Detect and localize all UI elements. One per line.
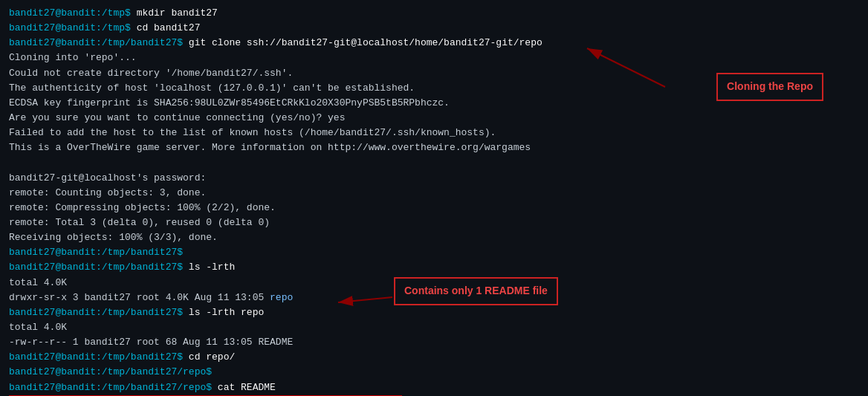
cmd: cd bandit27 xyxy=(137,22,201,33)
annotation-clone-box: Cloning the Repo xyxy=(716,73,823,101)
terminal-content: bandit27@bandit:/tmp$ mkdir bandit27 ban… xyxy=(9,6,859,396)
annotation-clone-label: Cloning the Repo xyxy=(727,80,813,92)
line-empty xyxy=(9,155,859,170)
terminal-window: bandit27@bandit:/tmp$ mkdir bandit27 ban… xyxy=(0,0,868,396)
line-13: remote: Compressing objects: 100% (2/2),… xyxy=(9,201,859,215)
line-23: bandit27@bandit:/tmp/bandit27$ cd repo/ xyxy=(9,350,859,365)
cmd: ls -lrth xyxy=(189,262,235,273)
prompt: bandit27@bandit:/tmp$ xyxy=(9,7,131,19)
line-9: Failed to add the host to the list of kn… xyxy=(9,126,859,140)
repo-name: repo xyxy=(270,292,293,303)
line-25: bandit27@bandit:/tmp/bandit27/repo$ cat … xyxy=(9,380,859,395)
line-20: bandit27@bandit:/tmp/bandit27$ ls -lrth … xyxy=(9,305,859,320)
prompt: bandit27@bandit:/tmp/bandit27$ xyxy=(9,307,183,318)
prompt: bandit27@bandit:/tmp/bandit27/repo$ xyxy=(9,366,212,377)
cmd: cd repo/ xyxy=(189,351,235,363)
cmd: git clone ssh://bandit27-git@localhost/h… xyxy=(189,37,542,48)
cmd: ls -lrth repo xyxy=(189,307,264,318)
line-10: This is a OverTheWire game server. More … xyxy=(9,140,859,155)
line-11: bandit27-git@localhost's password: xyxy=(9,171,859,186)
line-21: total 4.0K xyxy=(9,320,859,335)
line-1: bandit27@bandit:/tmp$ mkdir bandit27 xyxy=(9,6,859,21)
prompt: bandit27@bandit:/tmp/bandit27$ xyxy=(9,262,183,273)
file-perms: drwxr-sr-x 3 bandit27 root 4.0K Aug 11 1… xyxy=(9,292,270,303)
line-24: bandit27@bandit:/tmp/bandit27/repo$ xyxy=(9,365,859,380)
line-14: remote: Total 3 (delta 0), reused 0 (del… xyxy=(9,215,859,230)
prompt: bandit27@bandit:/tmp/bandit27/repo$ xyxy=(9,382,212,393)
line-15: Receiving objects: 100% (3/3), done. xyxy=(9,230,859,245)
line-12: remote: Counting objects: 3, done. xyxy=(9,186,859,201)
line-8: Are you sure you want to continue connec… xyxy=(9,111,859,126)
prompt: bandit27@bandit:/tmp/bandit27$ xyxy=(9,37,183,48)
line-16: bandit27@bandit:/tmp/bandit27$ xyxy=(9,245,859,260)
prompt: bandit27@bandit:/tmp/bandit27$ xyxy=(9,351,183,363)
line-22: -rw-r--r-- 1 bandit27 root 68 Aug 11 13:… xyxy=(9,335,859,350)
cmd: cat README xyxy=(218,382,276,393)
annotation-readme-label: Contains only 1 README file xyxy=(404,285,548,296)
line-2: bandit27@bandit:/tmp$ cd bandit27 xyxy=(9,21,859,36)
cmd: mkdir bandit27 xyxy=(137,7,218,19)
prompt: bandit27@bandit:/tmp$ xyxy=(9,22,131,33)
prompt: bandit27@bandit:/tmp/bandit27$ xyxy=(9,247,183,258)
line-3: bandit27@bandit:/tmp/bandit27$ git clone… xyxy=(9,36,859,51)
line-4: Cloning into 'repo'... xyxy=(9,51,859,65)
line-17: bandit27@bandit:/tmp/bandit27$ ls -lrth xyxy=(9,260,859,275)
annotation-readme-box: Contains only 1 README file xyxy=(394,277,558,305)
